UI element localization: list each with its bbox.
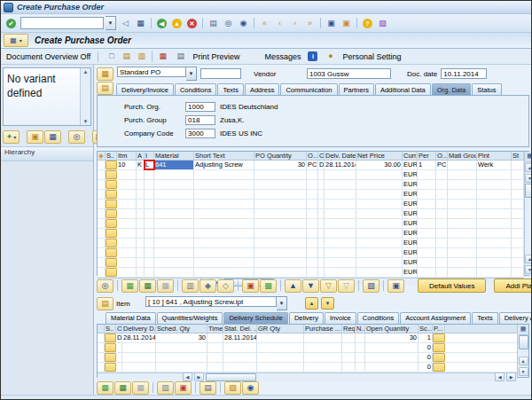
item-cell-i[interactable] [145,209,154,218]
schedule-restore-icon[interactable]: ▦ [132,381,149,395]
po-number-field[interactable] [200,68,241,79]
schedule-row[interactable]: 0 [98,343,517,353]
item-row[interactable]: EUR [98,209,524,219]
item-cell-per[interactable] [418,268,436,277]
sched-hscroll-thumb[interactable] [206,373,256,381]
item-cell-matl-group[interactable] [448,170,477,179]
tab-additional-data[interactable]: Additional Data [375,83,431,95]
tab-address[interactable]: Address [245,83,280,95]
item-cell-delv-date[interactable] [325,258,356,267]
item-cell-short-text[interactable] [194,219,254,228]
item-cell-po-quantity[interactable] [254,258,307,267]
item-col-short-text[interactable]: Short Text [194,152,254,160]
item-tab-delivery-schedule[interactable]: Delivery Schedule [223,312,287,324]
lock-item-icon[interactable]: ◆ [200,279,216,293]
item-cell-delv-date[interactable] [325,219,356,228]
collapse-items-icon[interactable]: ▦ [139,279,156,293]
paste-item-icon[interactable]: ▩ [260,279,277,293]
item-cell-per[interactable] [418,190,436,199]
item-cell-short-text[interactable] [194,248,254,257]
sched-cell-sched-qty[interactable] [156,363,207,372]
schedule-row[interactable]: D28.11.20143028.11.2014301 [98,333,517,343]
sched-cell-sc[interactable]: 0 [419,353,433,362]
item-vscroll-up2-icon[interactable]: ▲ [525,255,532,263]
sched-cell-time[interactable] [207,343,223,352]
item-cell-po-quantity[interactable] [254,180,307,189]
delivery-icon[interactable]: ▦ [155,51,170,63]
item-cell-curr[interactable]: EUR [403,258,418,267]
exit-icon[interactable]: ▲ [169,17,184,29]
item-row[interactable]: EUR [98,248,524,258]
item-cell-st[interactable] [512,229,524,238]
item-cell-opu[interactable] [436,229,448,238]
item-cell-oun[interactable] [307,258,318,267]
item-cell-oun[interactable] [307,248,318,257]
item-cell-net-price[interactable] [356,268,403,277]
item-cell-delv-date[interactable] [325,268,356,277]
item-cell-i[interactable] [145,258,154,267]
item-cell-c[interactable]: D [318,161,325,169]
item-cell-matl-group[interactable] [448,190,477,199]
item-cell-a[interactable] [137,229,145,238]
vendor-field[interactable] [307,68,391,79]
item-cell-opu[interactable] [436,170,448,179]
item-vscroll-down2-icon[interactable]: ▼ [525,265,532,274]
sched-cell-delivery-date[interactable]: 28.11.2014 [122,333,156,342]
item-cell-plnt[interactable] [477,170,512,179]
details-icon[interactable]: ◎ [97,279,113,293]
sched-cell-stat-del[interactable]: 28.11.2014 [223,333,257,342]
item-cell-short-text[interactable] [194,229,254,238]
item-cell-po-quantity[interactable] [254,268,307,277]
item-cell-i[interactable] [145,200,154,208]
sched-cell-req[interactable] [342,363,356,372]
item-row[interactable]: EUR [98,180,524,190]
item-vscroll-up-icon[interactable]: ▲ [525,163,532,172]
item-cell-plnt[interactable] [477,268,512,277]
item-cell-net-price[interactable] [356,209,403,218]
sched-cell-purchase[interactable] [304,343,342,352]
item-cell-delv-date[interactable] [325,239,356,247]
sched-cell-c[interactable] [116,343,122,352]
item-col-material[interactable]: Material [154,152,194,160]
sort-desc-icon[interactable]: ▼ [302,279,319,293]
item-cell-opu[interactable] [436,268,448,277]
company-code-field[interactable]: 3000 [185,129,215,138]
item-cell-short-text[interactable] [194,239,254,247]
schedule-grid-vscrollbar[interactable]: ▦ ▲ ▼ [517,325,528,377]
sched-cell-p[interactable] [433,343,445,352]
addl-functions-icon[interactable]: ▧ [363,279,379,293]
item-cell-material[interactable] [154,200,194,208]
sched-cell-gr-qty[interactable] [257,363,304,372]
cancel-icon[interactable]: ✕ [184,17,200,29]
item-cell-opu[interactable] [436,219,448,228]
item-cell-matl-group[interactable] [448,239,477,247]
item-cell-delv-date[interactable] [325,190,356,199]
next-item-icon[interactable]: ▼ [321,297,334,310]
item-cell-a[interactable] [137,190,145,199]
item-cell-material[interactable] [154,248,194,257]
item-cell-i[interactable] [145,170,154,179]
sched-cell-n[interactable] [356,353,365,362]
item-cell-curr[interactable]: EUR [403,209,418,218]
sched-cell-p[interactable] [433,353,445,362]
expand-items-icon[interactable]: ▦ [121,279,138,293]
next-page-icon[interactable]: › [287,17,302,29]
schedule-grid-hscrollbar[interactable]: ◀ ▶ ◀ ▶ [98,373,517,381]
item-cell-opu[interactable] [436,200,448,208]
item-tab-account-assignment[interactable]: Account Assignment [400,312,471,324]
item-col-st[interactable]: St [512,152,524,160]
item-cell-delv-date[interactable] [325,170,356,179]
variant-scroll-down-icon[interactable]: ▼ [83,119,89,124]
sched-cell-req[interactable] [342,353,356,362]
item-cell-a[interactable] [137,170,145,179]
item-cell-per[interactable] [418,180,436,189]
item-cell-plnt[interactable] [477,200,512,208]
item-cell-i[interactable] [145,248,154,257]
find-variant-icon[interactable]: ◎ [68,130,85,144]
item-cell-i[interactable] [145,219,154,228]
filter-off-icon[interactable]: ▽ [338,279,355,293]
sched-cell-delivery-date[interactable] [122,353,156,362]
item-cell-st[interactable] [512,161,524,169]
item-cell-delv-date[interactable]: 28.11.2014 [325,161,356,169]
item-cell-i[interactable] [145,268,154,277]
